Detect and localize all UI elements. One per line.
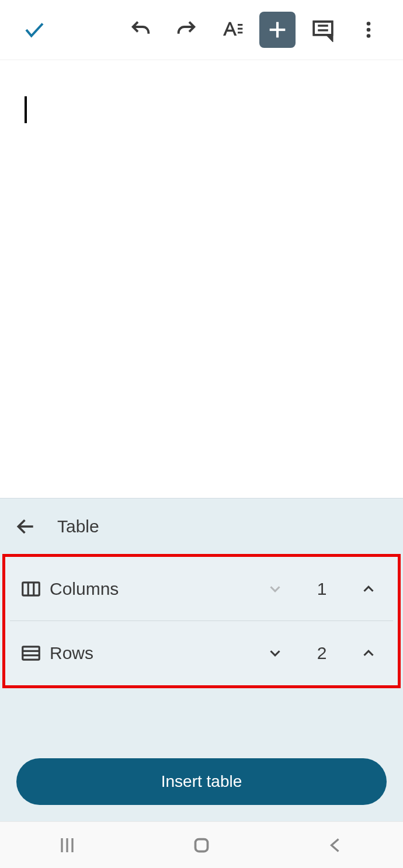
rows-increase-button[interactable] (351, 636, 386, 671)
comment-button[interactable] (305, 12, 341, 48)
panel-back-button[interactable] (12, 513, 40, 541)
done-button[interactable] (16, 12, 53, 48)
toolbar-right-group (118, 12, 391, 48)
redo-icon (175, 18, 198, 41)
redo-button[interactable] (168, 12, 204, 48)
svg-rect-0 (238, 24, 242, 26)
recents-icon (57, 835, 78, 856)
svg-rect-5 (314, 22, 332, 35)
svg-rect-12 (23, 582, 40, 595)
text-format-icon (220, 18, 244, 41)
arrow-left-icon (15, 515, 37, 538)
panel-spacer (0, 688, 403, 758)
rows-stepper: 2 (258, 636, 386, 671)
home-nav-button[interactable] (178, 831, 225, 860)
more-options-button[interactable] (350, 12, 387, 48)
columns-stepper: 1 (258, 571, 386, 606)
rows-label: Rows (50, 643, 258, 663)
rows-value: 2 (293, 643, 351, 663)
undo-icon (129, 18, 152, 41)
toolbar-left-group (12, 12, 57, 48)
columns-value: 1 (293, 579, 351, 599)
svg-point-8 (367, 22, 371, 26)
rows-option-row: Rows 2 (5, 621, 398, 685)
rows-icon (17, 639, 45, 667)
svg-rect-2 (238, 32, 242, 33)
svg-point-10 (367, 34, 371, 38)
panel-title: Table (57, 517, 99, 536)
panel-header: Table (0, 499, 403, 554)
chevron-down-icon (266, 644, 284, 662)
document-editor[interactable] (0, 60, 403, 498)
columns-decrease-button[interactable] (258, 571, 293, 606)
svg-point-9 (367, 28, 371, 32)
back-icon (325, 835, 346, 856)
columns-label: Columns (50, 579, 258, 599)
recents-nav-button[interactable] (44, 831, 91, 860)
insert-button[interactable] (259, 12, 296, 48)
chevron-up-icon (360, 580, 377, 598)
svg-rect-15 (23, 647, 40, 660)
text-cursor (25, 96, 27, 123)
insert-table-button[interactable]: Insert table (16, 758, 387, 805)
columns-icon (17, 575, 45, 603)
columns-increase-button[interactable] (351, 571, 386, 606)
back-nav-button[interactable] (312, 831, 359, 860)
comment-icon (311, 18, 335, 42)
chevron-down-icon (266, 580, 284, 598)
home-icon (191, 835, 212, 856)
table-options-highlight: Columns 1 (2, 554, 401, 688)
plus-icon (266, 18, 289, 41)
columns-option-row: Columns 1 (10, 557, 393, 621)
rows-decrease-button[interactable] (258, 636, 293, 671)
table-panel: Table Columns 1 (0, 498, 403, 821)
more-vert-icon (358, 19, 379, 40)
top-toolbar (0, 0, 403, 60)
svg-rect-1 (238, 28, 242, 30)
svg-rect-21 (196, 839, 208, 851)
undo-button[interactable] (123, 12, 159, 48)
text-format-button[interactable] (214, 12, 250, 48)
system-nav-bar (0, 821, 403, 868)
checkmark-icon (22, 18, 47, 42)
chevron-up-icon (360, 644, 377, 662)
